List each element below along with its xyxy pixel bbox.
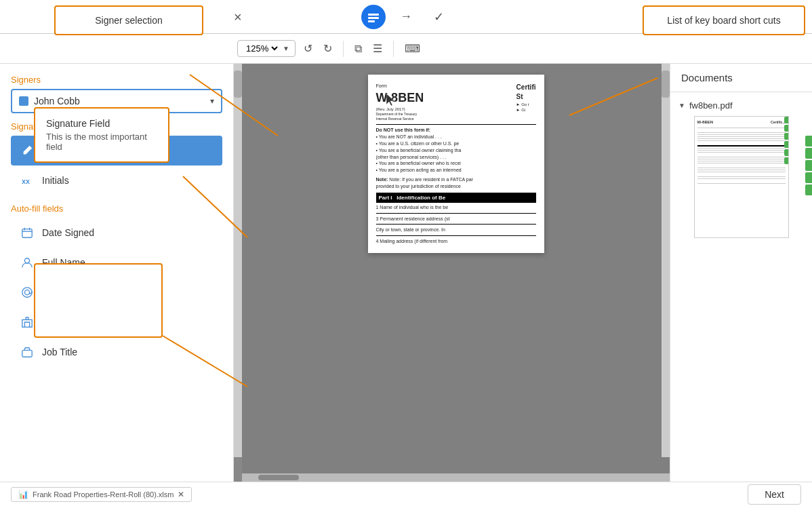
- documents-header: Documents: [670, 64, 812, 92]
- at-icon: [19, 284, 35, 300]
- signers-label: Signers: [11, 75, 222, 85]
- initials-field-label: Initials: [42, 175, 69, 186]
- doc-rev-date: (Rev. July 2017): [376, 106, 424, 112]
- tree-expand-icon: ▼: [678, 102, 685, 109]
- svg-rect-12: [26, 317, 28, 320]
- doc-thumbnail: W-8BENCertific...: [694, 116, 789, 238]
- redo-button[interactable]: ↻: [321, 39, 335, 58]
- scrollbar-h-thumb: [258, 475, 299, 480]
- initials-field-item[interactable]: xx Initials: [11, 166, 222, 195]
- close-button[interactable]: ×: [234, 9, 242, 24]
- file-icon: 📊: [18, 490, 28, 499]
- company-label: Company: [42, 317, 83, 328]
- doc-scrollbar-v-right[interactable]: [662, 64, 670, 457]
- email-field-item[interactable]: Email: [11, 277, 222, 307]
- svg-rect-2: [368, 20, 375, 22]
- doc-scrollbar-h[interactable]: [242, 473, 670, 482]
- signature-fields-section: Signature fields Signature xx Initials: [11, 121, 222, 195]
- svg-rect-4: [22, 229, 32, 238]
- doc-page: Form W-8BEN (Rev. July 2017) Department …: [368, 75, 544, 253]
- doc-city-line: City or town, state or province. In: [376, 227, 536, 233]
- svg-rect-11: [22, 319, 32, 327]
- date-signed-field-item[interactable]: Date Signed: [11, 218, 222, 248]
- left-sidebar: Signers John Cobb ▾ Signature fields Sig…: [0, 64, 234, 482]
- signer-name: John Cobb: [34, 96, 205, 106]
- check-button[interactable]: ✓: [426, 5, 451, 29]
- job-title-field-item[interactable]: Job Title: [11, 337, 222, 367]
- toolbar-center-icons: → ✓: [361, 5, 451, 29]
- scrollbar-thumb-right: [662, 71, 670, 98]
- pen-icon: [19, 142, 35, 159]
- date-signed-label: Date Signed: [42, 227, 94, 238]
- svg-rect-1: [368, 17, 379, 19]
- doc-part-header: Part I Identification of Be: [376, 193, 536, 203]
- right-panel-content: ▼ fw8ben.pdf W-8BENCertific...: [670, 92, 812, 482]
- next-button[interactable]: Next: [748, 484, 801, 505]
- fields-icon: [367, 10, 380, 24]
- top-toolbar: × → ✓: [0, 0, 812, 34]
- copy-button[interactable]: ⧉: [352, 40, 365, 58]
- full-name-field-item[interactable]: Full Name: [11, 248, 222, 277]
- svg-point-10: [22, 288, 32, 297]
- toolbar-separator-1: [343, 41, 344, 57]
- signature-field-item[interactable]: Signature: [11, 136, 222, 166]
- doc-tree-item[interactable]: ▼ fw8ben.pdf: [678, 100, 804, 111]
- doc-divider-4: [376, 235, 536, 236]
- doc-form-header: Form W-8BEN (Rev. July 2017) Department …: [376, 83, 536, 121]
- job-title-label: Job Title: [42, 347, 77, 357]
- signer-dropdown[interactable]: John Cobb ▾: [11, 89, 222, 113]
- green-tab-4: [805, 172, 812, 183]
- email-label: Email: [42, 287, 66, 298]
- secondary-toolbar: 75% 100% 125% 150% 200% ▼ ↺ ↻ ⧉ ☰ ⌨: [0, 34, 812, 64]
- doc-divider-1: [376, 124, 536, 125]
- doc-scroll-area[interactable]: Form W-8BEN (Rev. July 2017) Department …: [242, 64, 670, 473]
- right-panel: Documents ▼ fw8ben.pdf W-8BENCertific...: [670, 64, 812, 482]
- zoom-wrapper: 75% 100% 125% 150% 200% ▼: [237, 40, 296, 57]
- side-green-tabs: [805, 136, 812, 195]
- file-label: Frank Road Properties-Rent-Roll (80).xls…: [33, 490, 174, 499]
- navigate-button[interactable]: →: [394, 5, 418, 29]
- bottom-bar-file: 📊 Frank Road Properties-Rent-Roll (80).x…: [11, 487, 748, 502]
- green-tab-3: [805, 160, 812, 171]
- signer-chevron-icon: ▾: [210, 96, 214, 106]
- calendar-icon: [19, 225, 35, 241]
- initials-icon: xx: [19, 172, 35, 189]
- autofill-label: Auto-fill fields: [11, 203, 222, 214]
- doc-form-title: W-8BEN: [376, 90, 424, 106]
- doc-dept: Department of the Treasury: [376, 112, 424, 117]
- person-icon: [19, 254, 35, 271]
- doc-scrollbar-v-left[interactable]: [234, 64, 242, 457]
- field-type-button[interactable]: [361, 5, 386, 29]
- document-area: Form W-8BEN (Rev. July 2017) Department …: [234, 64, 670, 482]
- svg-point-9: [24, 290, 29, 294]
- company-field-item[interactable]: Company: [11, 307, 222, 337]
- secondary-toolbar-left: 75% 100% 125% 150% 200% ▼ ↺ ↻ ⧉ ☰ ⌨: [237, 39, 423, 58]
- file-close-icon[interactable]: ✕: [178, 490, 184, 499]
- briefcase-icon: [19, 344, 35, 360]
- doc-line1: 1 Name of individual who is the be: [376, 204, 536, 211]
- full-name-label: Full Name: [42, 257, 85, 268]
- doc-cert-section: Certifi St ► Go t ► Gi: [516, 83, 536, 121]
- svg-rect-13: [22, 350, 32, 357]
- green-tab-5: [805, 184, 812, 195]
- scrollbar-thumb-left: [234, 71, 242, 98]
- toolbar-separator-2: [393, 41, 394, 57]
- doc-divider-3: [376, 224, 536, 225]
- building-icon: [19, 314, 35, 330]
- zoom-select[interactable]: 75% 100% 125% 150% 200%: [243, 43, 280, 54]
- pages-button[interactable]: ☰: [370, 39, 385, 58]
- thumbnail-green-tabs: [784, 117, 789, 164]
- doc-do-not-use-section: Do NOT use this form if: • You are NOT a…: [376, 127, 536, 189]
- app-container: × → ✓ 75% 100%: [0, 0, 812, 506]
- thumbnail-content: W-8BENCertific...: [695, 117, 788, 188]
- green-tab-1: [805, 136, 812, 147]
- keyboard-button[interactable]: ⌨: [402, 39, 423, 58]
- green-tab-2: [805, 148, 812, 159]
- signers-section: Signers John Cobb ▾: [11, 75, 222, 113]
- undo-button[interactable]: ↺: [301, 39, 315, 58]
- doc-filename: fw8ben.pdf: [689, 100, 733, 111]
- doc-line3: 3 Permanent residence address (st: [376, 216, 536, 222]
- doc-line4: 4 Mailing address (if different from: [376, 238, 536, 245]
- signature-fields-label: Signature fields: [11, 121, 222, 132]
- signer-color-dot: [19, 96, 28, 106]
